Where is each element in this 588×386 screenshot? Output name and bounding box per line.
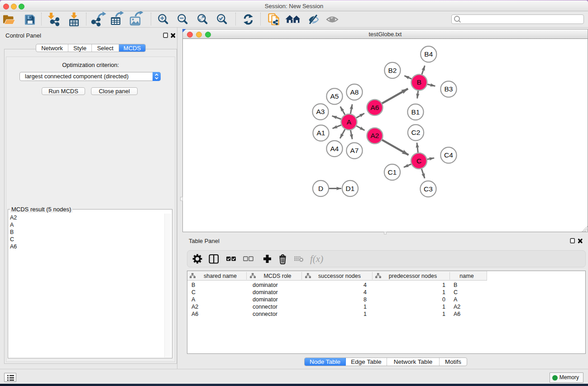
svg-text:C: C: [416, 157, 421, 165]
svg-text:A8: A8: [350, 88, 359, 96]
svg-text:B: B: [417, 78, 421, 86]
svg-text:C4: C4: [444, 151, 453, 159]
svg-text:A7: A7: [350, 147, 359, 154]
svg-text:C1: C1: [388, 168, 397, 176]
svg-text:A3: A3: [316, 108, 325, 115]
svg-text:C3: C3: [424, 185, 433, 193]
svg-text:D1: D1: [346, 185, 355, 192]
svg-text:A5: A5: [330, 92, 339, 100]
svg-text:B3: B3: [445, 85, 453, 93]
svg-text:D: D: [318, 185, 323, 192]
svg-text:f(x): f(x): [310, 253, 323, 264]
svg-text:B1: B1: [411, 108, 420, 116]
svg-text:A4: A4: [330, 145, 339, 152]
svg-text:B2: B2: [388, 67, 397, 74]
svg-text:B4: B4: [424, 50, 433, 58]
svg-text:C2: C2: [411, 129, 421, 136]
svg-text:A1: A1: [317, 129, 325, 137]
svg-text:A2: A2: [371, 132, 379, 139]
svg-text:A: A: [347, 118, 352, 126]
svg-text:A6: A6: [371, 104, 379, 111]
